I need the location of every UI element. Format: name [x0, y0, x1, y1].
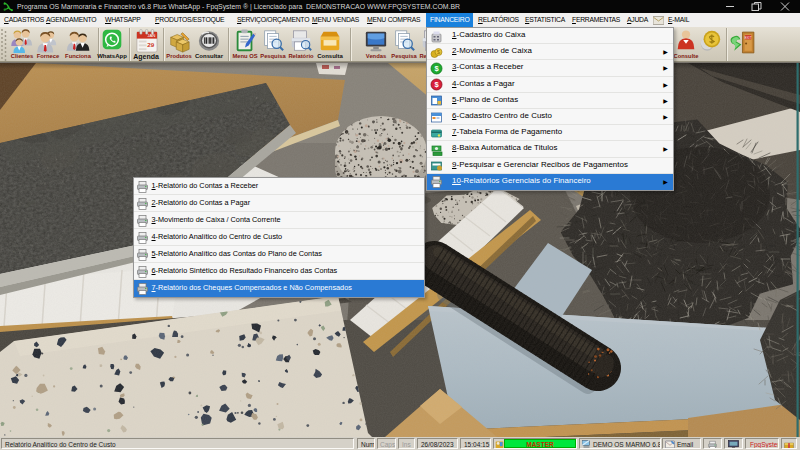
svg-text:JAN: JAN	[147, 33, 155, 38]
svg-text:29: 29	[147, 41, 154, 48]
svg-text:$: $	[437, 49, 440, 55]
svg-text:EXIT: EXIT	[744, 35, 751, 39]
